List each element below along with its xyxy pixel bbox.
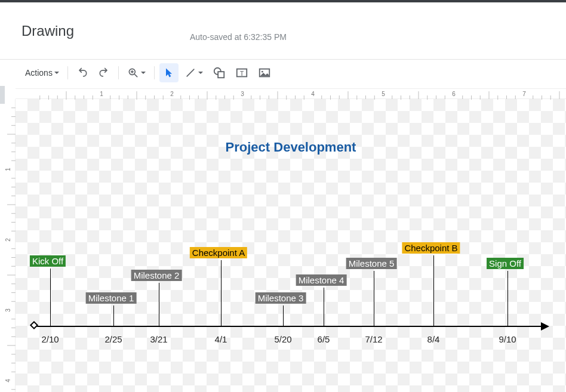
- svg-text:3: 3: [5, 308, 11, 312]
- toolbar: Actions T: [0, 60, 566, 86]
- event-label: Checkpoint B: [402, 242, 460, 254]
- image-icon: [258, 66, 271, 79]
- zoom-menu[interactable]: [124, 63, 149, 82]
- cursor-icon: [163, 67, 175, 79]
- redo-icon: [98, 67, 110, 79]
- svg-text:4: 4: [5, 379, 11, 382]
- event-date: 2/25: [104, 334, 122, 344]
- actions-label: Actions: [25, 68, 53, 78]
- drawing-title: Project Development: [16, 140, 566, 155]
- line-tool[interactable]: [181, 63, 207, 82]
- event-label: Milestone 2: [131, 270, 182, 281]
- canvas-area[interactable]: Project Development Kick Off2/10Mileston…: [16, 99, 566, 392]
- event-label: Checkpoint A: [190, 247, 247, 258]
- separator: [67, 66, 68, 79]
- image-tool[interactable]: [254, 63, 275, 82]
- event-label: Kick Off: [30, 255, 66, 267]
- header: Drawing Auto-saved at 6:32:35 PM: [0, 2, 566, 60]
- event-tick: [113, 305, 114, 326]
- event-date: 8/4: [427, 334, 440, 344]
- select-tool[interactable]: [159, 63, 179, 82]
- svg-text:4: 4: [311, 91, 315, 97]
- event-tick: [374, 271, 374, 326]
- vertical-ruler: 1234: [5, 99, 16, 392]
- separator: [154, 66, 155, 79]
- page-title: Drawing: [21, 23, 74, 39]
- event-label: Milestone 3: [256, 292, 306, 304]
- svg-text:2: 2: [170, 91, 174, 97]
- event-date: 3/21: [150, 334, 167, 344]
- event-date: 4/1: [215, 334, 227, 344]
- event-date: 7/12: [365, 334, 382, 344]
- event-date: 6/5: [318, 334, 330, 344]
- svg-text:7: 7: [522, 91, 526, 97]
- svg-text:2: 2: [5, 238, 11, 242]
- event-tick: [283, 305, 284, 326]
- event-label: Milestone 4: [296, 274, 347, 286]
- timeline-end-arrow: [541, 322, 549, 331]
- event-date: 5/20: [274, 334, 291, 344]
- svg-point-10: [262, 71, 263, 73]
- horizontal-ruler: 1234567: [16, 88, 566, 99]
- line-icon: [184, 67, 196, 79]
- svg-text:1: 1: [5, 168, 11, 171]
- row-header-stub: [0, 86, 5, 104]
- event-tick: [433, 255, 434, 326]
- event-tick: [50, 268, 51, 326]
- autosave-status: Auto-saved at 6:32:35 PM: [190, 32, 287, 42]
- svg-text:6: 6: [452, 91, 456, 97]
- svg-text:5: 5: [382, 91, 385, 97]
- chevron-down-icon: [54, 72, 59, 74]
- event-tick: [221, 260, 222, 326]
- event-tick: [159, 283, 159, 326]
- textbox-tool[interactable]: T: [232, 63, 252, 82]
- svg-text:1: 1: [100, 91, 103, 97]
- svg-line-4: [187, 69, 194, 76]
- textbox-icon: T: [235, 66, 248, 79]
- actions-menu[interactable]: Actions: [21, 63, 63, 82]
- timeline-axis: [35, 326, 548, 327]
- event-tick: [507, 271, 508, 326]
- timeline-start-marker: [30, 321, 38, 329]
- svg-line-1: [134, 75, 137, 77]
- event-label: Milestone 1: [86, 292, 137, 304]
- shape-icon: [213, 66, 226, 79]
- svg-text:T: T: [240, 70, 244, 77]
- event-date: 9/10: [499, 334, 516, 344]
- chevron-down-icon: [198, 72, 203, 74]
- svg-text:3: 3: [241, 91, 244, 97]
- undo-icon: [76, 67, 88, 79]
- shape-tool[interactable]: [209, 63, 229, 82]
- drawing-canvas: Project Development Kick Off2/10Mileston…: [16, 99, 566, 392]
- event-tick: [324, 288, 324, 326]
- separator: [118, 66, 119, 79]
- chevron-down-icon: [141, 72, 146, 74]
- event-date: 2/10: [41, 334, 59, 344]
- zoom-icon: [127, 67, 139, 79]
- undo-button[interactable]: [73, 63, 92, 82]
- event-label: Milestone 5: [346, 258, 397, 269]
- event-label: Sign Off: [487, 258, 524, 269]
- svg-rect-6: [218, 72, 224, 78]
- redo-button[interactable]: [94, 63, 113, 82]
